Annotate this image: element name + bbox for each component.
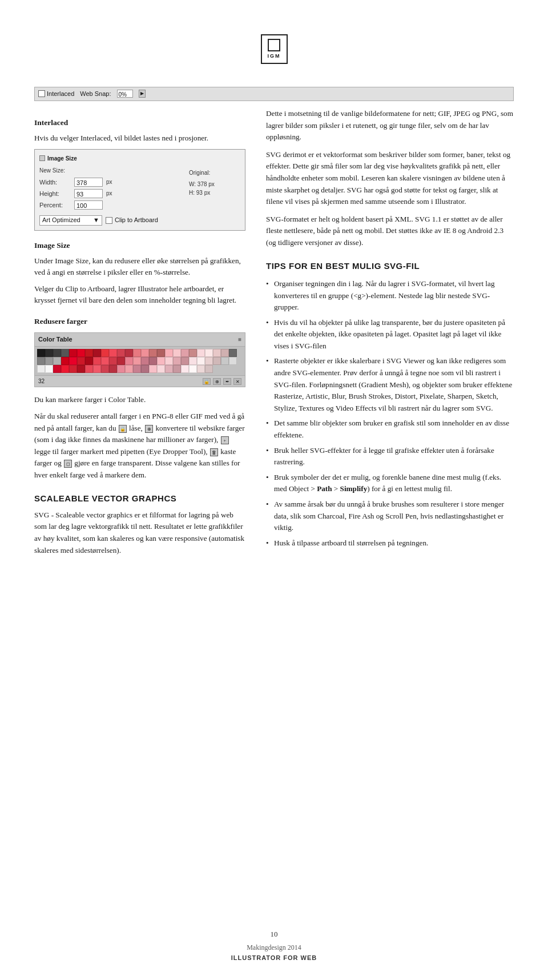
color-table-text5-span: legge til farger markert med pipetten (E… [34, 447, 208, 456]
swatch-54[interactable] [61, 365, 69, 373]
swatch-53[interactable] [53, 365, 61, 373]
swatch-1[interactable] [37, 349, 45, 357]
swatch-37[interactable] [125, 357, 133, 365]
swatch-49[interactable] [221, 357, 229, 365]
swatch-9[interactable] [101, 349, 109, 357]
swatch-42[interactable] [165, 357, 173, 365]
swatch-2[interactable] [45, 349, 53, 357]
swatch-6[interactable] [77, 349, 85, 357]
swatch-32[interactable] [85, 357, 93, 365]
interlaced-checkbox[interactable] [38, 90, 45, 97]
swatch-55[interactable] [69, 365, 77, 373]
swatch-4[interactable] [61, 349, 69, 357]
swatch-26[interactable] [37, 357, 45, 365]
swatch-65[interactable] [149, 365, 157, 373]
swatch-64[interactable] [141, 365, 149, 373]
image-size-title: Image Size [39, 154, 240, 163]
width-input[interactable]: 378 [74, 178, 103, 187]
swatch-7[interactable] [85, 349, 93, 357]
swatch-45[interactable] [189, 357, 197, 365]
color-table-text3-span: låse, [129, 424, 143, 432]
color-table-footer: 32 🔒 ⊕ ✒ ✕ [35, 375, 245, 387]
swatch-41[interactable] [157, 357, 165, 365]
swatch-14[interactable] [141, 349, 149, 357]
clip-artboard-checkbox[interactable] [106, 217, 112, 224]
swatch-28[interactable] [53, 357, 61, 365]
swatch-69[interactable] [181, 365, 189, 373]
color-table-text1: Du kan markere farger i Color Table. [34, 394, 245, 406]
color-table-mockup: Color Table ≡ [34, 332, 245, 388]
swatch-48[interactable] [213, 357, 221, 365]
swatch-72[interactable] [205, 365, 213, 373]
swatch-34[interactable] [101, 357, 109, 365]
art-optimized-dropdown[interactable]: Art Optimized ▼ [39, 215, 102, 226]
swatch-51[interactable] [37, 365, 45, 373]
swatch-63[interactable] [133, 365, 141, 373]
swatch-23[interactable] [213, 349, 221, 357]
swatch-43[interactable] [173, 357, 181, 365]
swatch-62[interactable] [125, 365, 133, 373]
swatch-17[interactable] [165, 349, 173, 357]
swatch-70[interactable] [189, 365, 197, 373]
swatch-19[interactable] [181, 349, 189, 357]
swatch-58[interactable] [93, 365, 101, 373]
swatch-68[interactable] [173, 365, 181, 373]
height-input[interactable]: 93 [74, 189, 103, 198]
interlaced-checkbox-label: Interlaced [47, 89, 74, 99]
swatch-40[interactable] [149, 357, 157, 365]
swatch-67[interactable] [165, 365, 173, 373]
width-unit: px [106, 178, 112, 187]
swatch-16[interactable] [157, 349, 165, 357]
swatch-18[interactable] [173, 349, 181, 357]
swatch-29[interactable] [61, 357, 69, 365]
swatch-10[interactable] [109, 349, 117, 357]
lock-icon[interactable]: 🔒 [203, 378, 211, 385]
swatch-61[interactable] [117, 365, 125, 373]
color-table-count: 32 [38, 377, 45, 386]
tip-8: Husk å tilpasse artboard til størrelsen … [266, 537, 514, 549]
swatch-11[interactable] [117, 349, 125, 357]
swatch-13[interactable] [133, 349, 141, 357]
percent-input[interactable]: 100 [74, 200, 103, 210]
delete-icon[interactable]: ✕ [233, 378, 241, 385]
height-label: Height: [39, 189, 71, 199]
web-snap-label: Web Snap: [80, 89, 111, 99]
swatch-22[interactable] [205, 349, 213, 357]
swatch-36[interactable] [117, 357, 125, 365]
swatch-33[interactable] [93, 357, 101, 365]
swatch-52[interactable] [45, 365, 53, 373]
color-table-menu-icon[interactable]: ≡ [238, 335, 241, 344]
swatch-47[interactable] [205, 357, 213, 365]
swatch-25[interactable] [229, 349, 237, 357]
swatch-50[interactable] [229, 357, 237, 365]
swatch-30[interactable] [69, 357, 77, 365]
swatch-46[interactable] [197, 357, 205, 365]
eyedropper-icon[interactable]: ✒ [223, 378, 231, 385]
swatch-57[interactable] [85, 365, 93, 373]
swatch-60[interactable] [109, 365, 117, 373]
web-snap-input[interactable]: 0% [117, 90, 133, 98]
swatch-31[interactable] [77, 357, 85, 365]
swatch-5[interactable] [69, 349, 77, 357]
redusere-farger-heading: Redusere farger [34, 316, 245, 328]
swatch-39[interactable] [141, 357, 149, 365]
swatch-59[interactable] [101, 365, 109, 373]
swatch-8[interactable] [93, 349, 101, 357]
swatch-20[interactable] [189, 349, 197, 357]
swatch-24[interactable] [221, 349, 229, 357]
web-snap-arrow-icon[interactable]: ▶ [139, 90, 146, 98]
swatch-21[interactable] [197, 349, 205, 357]
swatch-27[interactable] [45, 357, 53, 365]
tips-heading: TIPS FOR EN BEST MULIG SVG-FIL [266, 259, 514, 272]
add-inline-icon: + [221, 436, 229, 444]
swatch-56[interactable] [77, 365, 85, 373]
swatch-44[interactable] [181, 357, 189, 365]
swatch-38[interactable] [133, 357, 141, 365]
swatch-71[interactable] [197, 365, 205, 373]
swatch-35[interactable] [109, 357, 117, 365]
swatch-66[interactable] [157, 365, 165, 373]
swatch-12[interactable] [125, 349, 133, 357]
web-safe-icon[interactable]: ⊕ [213, 378, 221, 385]
swatch-15[interactable] [149, 349, 157, 357]
swatch-3[interactable] [53, 349, 61, 357]
